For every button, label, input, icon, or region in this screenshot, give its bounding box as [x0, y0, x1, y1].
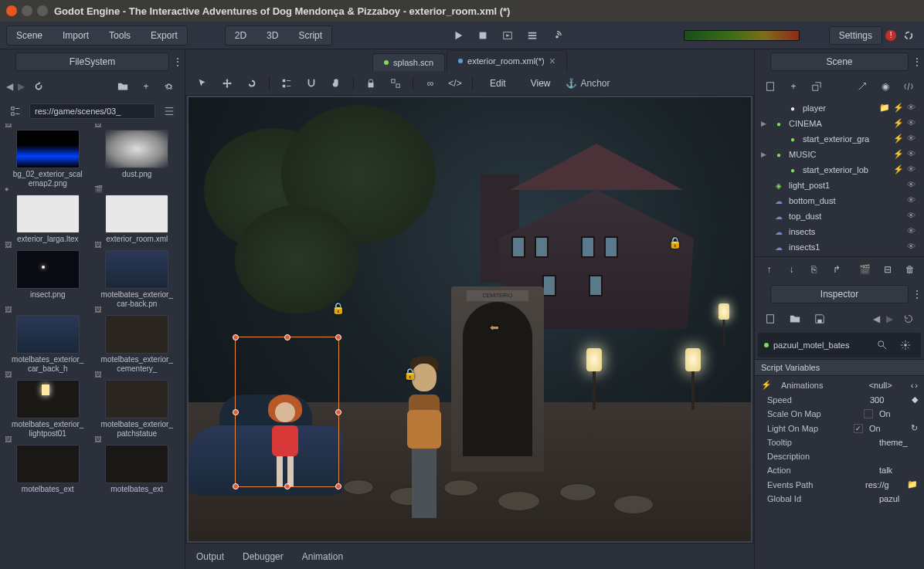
property-row[interactable]: Speed300◆: [755, 392, 924, 407]
tree-node[interactable]: ●player📁⚡👁: [758, 100, 921, 116]
multi-edit-icon[interactable]: 🎬: [857, 260, 873, 279]
snap-tool-icon[interactable]: [302, 74, 321, 93]
file-item[interactable]: 🖼motelbates_ext: [5, 443, 91, 496]
play-scene-button[interactable]: [498, 26, 517, 45]
inspector-title[interactable]: Inspector ⋮: [770, 285, 909, 303]
load-resource-icon[interactable]: [786, 310, 804, 328]
visibility-icon[interactable]: 👁: [907, 134, 918, 144]
chevron-right-icon[interactable]: ›: [915, 381, 918, 390]
history-back-icon[interactable]: ◀: [873, 313, 880, 324]
stop-button[interactable]: [474, 26, 492, 45]
window-maximize-button[interactable]: [37, 5, 48, 16]
property-row[interactable]: Description: [755, 449, 924, 463]
checkbox[interactable]: [864, 409, 873, 418]
rotate-tool-icon[interactable]: [243, 74, 261, 93]
move-down-icon[interactable]: ↓: [783, 260, 800, 279]
chevron-down-icon[interactable]: ⋮: [173, 56, 182, 67]
new-node-icon[interactable]: [761, 77, 780, 96]
gear-icon[interactable]: [160, 77, 178, 96]
list-toggle-icon[interactable]: [160, 102, 178, 120]
output-tab[interactable]: Output: [196, 551, 224, 562]
viewport-view-menu[interactable]: View: [521, 74, 560, 93]
visibility-icon[interactable]: 👁: [907, 164, 918, 175]
file-item[interactable]: 🎬exterior_room.xml: [94, 193, 181, 246]
search-icon[interactable]: [873, 336, 892, 354]
property-row[interactable]: Actiontalk: [755, 463, 924, 477]
tree-node[interactable]: ●start_exterior_gra⚡👁: [758, 131, 921, 147]
delete-icon[interactable]: 🗑: [902, 260, 918, 279]
anchor-button[interactable]: ⚓ Anchor: [566, 78, 610, 89]
script-icon[interactable]: [899, 77, 918, 96]
file-item[interactable]: 🖼insect.png: [5, 249, 91, 310]
tree-node[interactable]: ☁insects👁: [758, 224, 921, 239]
chevron-down-icon[interactable]: ⋮: [912, 289, 922, 300]
folder-icon[interactable]: [114, 77, 132, 96]
scene-tab[interactable]: exterior_room.xml(*) ×: [447, 50, 567, 71]
visibility-icon[interactable]: 👁: [907, 195, 918, 206]
groups-icon[interactable]: ◉: [876, 77, 895, 96]
mode-3d-button[interactable]: 3D: [257, 26, 287, 45]
chevron-left-icon[interactable]: ‹: [911, 381, 914, 390]
scene-dock-title[interactable]: Scene ⋮: [770, 52, 909, 71]
visibility-icon[interactable]: 👁: [907, 211, 918, 222]
viewport-edit-menu[interactable]: Edit: [481, 74, 515, 93]
viewport-2d[interactable]: CEMITERIO: [187, 96, 752, 543]
add-node-icon[interactable]: +: [784, 77, 803, 96]
file-item[interactable]: 🖼bg_02_exterior_scalemap2.png: [5, 128, 91, 190]
property-row[interactable]: Events Pathres://g📁: [755, 477, 924, 492]
mode-script-button[interactable]: Script: [289, 26, 331, 45]
connect-icon[interactable]: [853, 77, 871, 96]
tree-node[interactable]: ▶●CINEMA⚡👁: [758, 116, 921, 131]
filesystem-title[interactable]: FileSystem ⋮: [15, 52, 169, 71]
alert-icon[interactable]: !: [885, 30, 896, 41]
tree-toggle-icon[interactable]: [6, 102, 25, 120]
property-row[interactable]: Light On MapOn↻: [755, 421, 924, 435]
chevron-down-icon[interactable]: ⋮: [912, 56, 922, 67]
animation-tab[interactable]: Animation: [302, 551, 343, 562]
script-icon[interactable]: ⚡: [893, 134, 904, 144]
script-icon[interactable]: ⚡: [893, 103, 904, 113]
file-item[interactable]: 🖼motelbates_exterior_lightpost01: [5, 378, 91, 440]
folder-icon[interactable]: 📁: [879, 103, 890, 113]
property-row[interactable]: Global Idpazul: [755, 492, 924, 506]
property-row[interactable]: ⚡Animations<null>‹›: [755, 378, 924, 392]
list-tool-icon[interactable]: [277, 74, 296, 93]
tree-node[interactable]: ◈light_post1👁: [758, 178, 921, 193]
lock-tool-icon[interactable]: [362, 74, 380, 93]
filesystem-path-input[interactable]: [29, 103, 155, 119]
history-icon[interactable]: [899, 310, 918, 328]
group-tool-icon[interactable]: [386, 74, 405, 93]
move-tool-icon[interactable]: [218, 74, 236, 93]
tree-node[interactable]: ☁top_dust👁: [758, 208, 921, 224]
debugger-tab[interactable]: Debugger: [243, 551, 284, 562]
menu-import[interactable]: Import: [53, 26, 98, 45]
menu-tools[interactable]: Tools: [100, 26, 140, 45]
visibility-icon[interactable]: 👁: [907, 118, 918, 129]
link-tool-icon[interactable]: ∞: [421, 74, 440, 93]
clear-icon[interactable]: ⊟: [879, 260, 895, 279]
visibility-icon[interactable]: 👁: [907, 242, 918, 252]
instance-icon[interactable]: [807, 77, 826, 96]
property-row[interactable]: Tooltiptheme_: [755, 435, 924, 449]
select-tool-icon[interactable]: [193, 74, 212, 93]
file-item[interactable]: 🖼motelbates_exterior_cementery_: [94, 313, 181, 375]
tree-node[interactable]: ☁bottom_dust👁: [758, 193, 921, 208]
tree-node[interactable]: ☁insects1👁: [758, 239, 921, 255]
property-section-header[interactable]: Script Variables: [755, 359, 924, 376]
visibility-icon[interactable]: 👁: [907, 226, 918, 237]
visibility-icon[interactable]: 👁: [907, 180, 918, 191]
window-minimize-button[interactable]: [22, 5, 32, 16]
reparent-icon[interactable]: ↱: [828, 260, 844, 279]
folder-icon[interactable]: 📁: [907, 479, 918, 489]
tree-node[interactable]: ▶●MUSIC⚡👁: [758, 147, 921, 162]
file-item[interactable]: ●exterior_larga.ltex: [5, 193, 91, 246]
play-button[interactable]: [449, 26, 467, 45]
script-icon[interactable]: ⚡: [893, 164, 904, 175]
reset-icon[interactable]: ↻: [911, 423, 918, 433]
file-item[interactable]: 🖼motelbates_exterior_car_back_h: [5, 313, 91, 375]
remote-button[interactable]: [548, 26, 566, 45]
checkbox[interactable]: [854, 424, 863, 433]
refresh-icon[interactable]: [29, 77, 48, 96]
gear-icon[interactable]: [896, 336, 915, 354]
scene-tab[interactable]: splash.scn: [372, 53, 445, 71]
